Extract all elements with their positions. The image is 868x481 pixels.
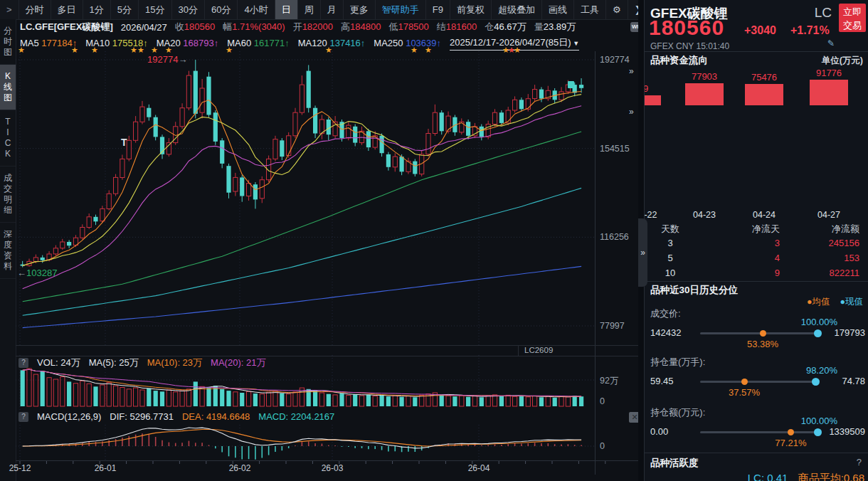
toolbar-item-5分[interactable]: 5分 (111, 0, 139, 19)
sidebar-tab-成交明细[interactable]: 成 交 明 细 (0, 166, 16, 223)
percentile-track[interactable] (700, 381, 817, 383)
sidebar-tab-深度资料[interactable]: 深 度 资 料 (0, 223, 16, 279)
price-tick-label: 77997 (600, 321, 625, 331)
metric-max: 179793 (835, 327, 865, 338)
metric-label: 持仓量(万手): (650, 356, 705, 369)
macd-chart[interactable] (16, 425, 595, 460)
star-marker-icon: ★ (425, 46, 432, 55)
toolbar-item-日[interactable]: 日 (275, 0, 298, 19)
toolbar-item-15分[interactable]: 15分 (139, 0, 171, 19)
candlestick-chart[interactable] (16, 51, 595, 345)
sidebar-tab-分时图[interactable]: 分 时 图 (0, 19, 16, 65)
star-marker-icon: ★ (91, 46, 98, 55)
field-量: 量23.89万 (534, 21, 576, 33)
mean-dot (741, 379, 748, 385)
price-change-pct: +1.71% (790, 24, 830, 37)
quote-date: 2026/04/27 (121, 22, 167, 33)
toolbar-item-30分[interactable]: 30分 (172, 0, 205, 19)
time-axis: 25-1226-0126-0226-0326-04 (16, 460, 638, 475)
trade-now-button[interactable]: 立即交易 (839, 4, 866, 32)
price-tick-label: 192774 (600, 55, 630, 65)
indicator-value: MA(5): 25万 (89, 356, 139, 369)
indicator-value: MACD: 2204.2167 (258, 411, 334, 422)
time-tick-label: 26-04 (460, 463, 497, 473)
activity-values: LC: 0.41 商品平均:0.68 (748, 472, 864, 481)
flow-table-row[interactable]: 109822211 (645, 268, 868, 282)
left-sidebar: 分 时 图K 线 图T I C K成 交 明 细深 度 资 料 (0, 19, 16, 481)
percentile-metric: 持仓额(万元): 100.00% 0.00 1339509 77.21% (645, 406, 868, 449)
indicator-value: DEA: 4194.6648 (182, 411, 250, 422)
sidebar-tab-K线图[interactable]: K 线 图 (0, 65, 16, 110)
field-低: 低178500 (388, 21, 428, 33)
indicator-value: MA(10): 23万 (147, 356, 202, 369)
time-tick-label: 26-03 (314, 463, 351, 473)
star-marker-icon: ★ (151, 46, 158, 55)
percentile-track[interactable] (700, 332, 817, 334)
flow-section-title: 品种资金流向 (650, 54, 708, 67)
toolbar-item-前复权[interactable]: 前复权 (450, 0, 492, 19)
mean-dot (788, 429, 794, 435)
panel-collapse-handle[interactable]: » (638, 218, 647, 287)
toolbar-item-月[interactable]: 月 (321, 0, 344, 19)
toolbar-item-F9[interactable]: F9 (426, 0, 450, 19)
toolbar-item-⚙[interactable]: ⚙ (606, 0, 628, 19)
current-percentile: 100.00% (801, 416, 837, 426)
indicator-value: MACD(12,26,9) (37, 411, 101, 422)
toolbar-item-更多[interactable]: 更多 (344, 0, 376, 19)
flow-bar (810, 80, 848, 105)
flow-bar-value: 77903 (676, 71, 733, 82)
help-icon[interactable]: ? (18, 358, 28, 368)
back-chevron[interactable]: > (0, 0, 19, 19)
mean-dot (760, 330, 766, 337)
toolbar-item-智研助手[interactable]: 智研助手 (376, 0, 426, 19)
toolbar-item-60分[interactable]: 60分 (205, 0, 238, 19)
flow-bar-value: 91776 (800, 68, 857, 78)
toolbar-item-周[interactable]: 周 (298, 0, 321, 19)
trading-terminal-window: >分时多日1分5分15分30分60分4小时日周月更多智研助手F9前复权超级叠加画… (0, 0, 868, 481)
edit-pencil-icon[interactable]: ✎ (827, 38, 835, 48)
field-结: 结181600 (437, 21, 477, 33)
flow-table-row[interactable]: 54153 (645, 253, 868, 268)
percentile-track[interactable] (700, 431, 817, 433)
time-tick-label: 26-02 (221, 463, 258, 473)
time-tick-label: 25-12 (1, 463, 38, 473)
volume-zero-label: 0 (600, 396, 605, 406)
toolbar-item-工具[interactable]: 工具 (574, 0, 606, 19)
toolbar-item-4小时[interactable]: 4小时 (238, 0, 275, 19)
flow-bar-value: 9 (644, 83, 674, 94)
star-marker-icon: ★ (325, 46, 332, 55)
indicator-value: MA(20): 21万 (211, 356, 265, 369)
current-dot (812, 378, 820, 386)
instrument-code: LC (815, 5, 832, 21)
current-dot (814, 329, 822, 337)
flow-bar-date: 04-24 (743, 210, 785, 220)
symbol-label: LC.GFE[GFEX碳酸锂] (20, 21, 113, 33)
price-tick-label: 154515 (600, 144, 630, 154)
price-change: +3040 (744, 24, 776, 37)
toolbar-item-画线[interactable]: 画线 (542, 0, 574, 19)
time-tick-label: 26-01 (87, 463, 124, 473)
macd-header: ?MACD(12,26,9)DIF: 5296.7731DEA: 4194.66… (18, 411, 334, 422)
activity-section-title: 品种活跃度 (650, 457, 699, 470)
flow-bar (745, 84, 783, 105)
toolbar-item-超级叠加[interactable]: 超级叠加 (492, 0, 542, 19)
expand-chevron-icon[interactable]: » (629, 107, 634, 117)
percentile-legend: ●均值●现值 (807, 296, 863, 308)
help-icon[interactable]: ? (18, 412, 28, 422)
field-高: 高184800 (341, 21, 381, 33)
flow-table-row[interactable]: 33245156 (645, 238, 868, 253)
flow-bar (685, 83, 724, 105)
exchange-time: GFEX CNY 15:01:40 (650, 41, 729, 51)
indicator-value: VOL: 24万 (37, 356, 80, 369)
flow-bar-date: 04-27 (808, 210, 850, 220)
sidebar-tab-TICK[interactable]: T I C K (0, 110, 16, 166)
field-幅: 幅1.71%(3040) (223, 21, 285, 33)
toolbar-item-多日[interactable]: 多日 (51, 0, 83, 19)
last-price: 180560 (649, 16, 724, 40)
percentile-metric: 持仓量(万手): 98.20% 59.45 74.78 37.57% (645, 356, 868, 398)
expand-chevron-icon[interactable]: » (629, 66, 634, 76)
toolbar-item-1分[interactable]: 1分 (83, 0, 111, 19)
toolbar-item-分时[interactable]: 分时 (19, 0, 51, 19)
star-marker-icon: ★ (130, 46, 137, 55)
activity-help-icon[interactable]: ? (857, 457, 862, 467)
